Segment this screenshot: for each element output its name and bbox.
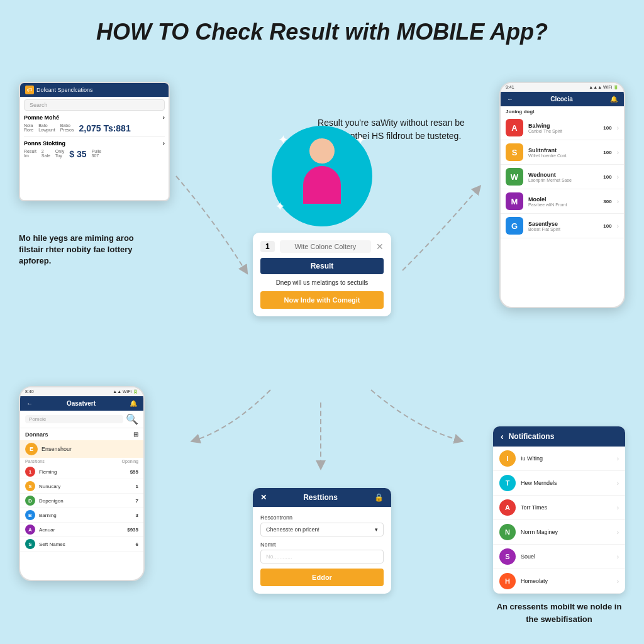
grid-icon: ⊞: [133, 431, 138, 438]
form-input[interactable]: No............: [260, 550, 384, 564]
notif-item-3[interactable]: N Norrn Maginey ›: [493, 520, 625, 545]
notif-item-1[interactable]: T Hew Merndels ›: [493, 471, 625, 496]
avatar-circle: ✦ ✦ ✦: [272, 126, 372, 226]
phone-bottomleft-search: Pomele: [25, 415, 123, 423]
avatar-body: [303, 166, 341, 204]
notif-item-0[interactable]: I Iu Wlting ›: [493, 447, 625, 471]
data-row-4: A Acnuar $935: [20, 523, 143, 537]
bottom-center-card: ✕ Resttions 🔒 Rescontronn Chenesste on p…: [253, 488, 391, 594]
result-card-tab: Result: [260, 258, 384, 274]
list-icon-3: M: [506, 192, 523, 210]
list-icon-2: W: [506, 168, 523, 186]
result-card-input: Wite Colone Coltery: [280, 240, 371, 253]
notifications-title: Notifications: [509, 432, 555, 441]
result-card-number: 1: [260, 241, 275, 252]
result-card-body: Dnep will us melatings to sectuils: [260, 279, 384, 286]
chevron-icon-3: ›: [617, 529, 619, 536]
phone-bottomleft: 8:40 ▲▲ WiFi 🔋 ← Oasatvert 🔔 Pomele 🔍 Do…: [19, 386, 145, 581]
notifications-header: ‹ Notifications: [493, 426, 625, 447]
notif-item-5[interactable]: H Homeolaty ›: [493, 569, 625, 594]
topright-list: A Balwing Canbel The Spirit 100 › S Suli…: [501, 116, 624, 238]
notif-avatar-4: S: [499, 548, 516, 565]
phone-topleft-row1: Nola Rore Bato Lowpunt Babo Presos 2,075…: [20, 122, 169, 135]
notif-avatar-3: N: [499, 524, 516, 540]
phone-topleft-row2: Result Im 2 Sale Only Toy $ 35 Pulle 307: [20, 148, 169, 160]
user-avatar: E: [25, 443, 38, 455]
status-bar-bottomleft: 8:40 ▲▲ WiFi 🔋: [20, 387, 143, 396]
form-select[interactable]: Chenesste on pricen! ▾: [260, 523, 384, 536]
avatar-head: [309, 138, 335, 164]
phone-bottomleft-header: ← Oasatvert 🔔: [20, 396, 143, 411]
list-item-4: G Sasentlyse Boisot Flat Spirit 100 ›: [501, 214, 624, 238]
list-icon-0: A: [506, 119, 523, 136]
data-row-3: B Barning 3: [20, 508, 143, 523]
chevron-icon-4: ›: [617, 553, 619, 560]
notif-avatar-5: H: [499, 573, 516, 589]
phone-topleft-section2: Ponns Stokting ›: [20, 139, 169, 148]
result-card: 1 Wite Colone Coltery ✕ Result Dnep will…: [253, 233, 391, 316]
text-bottomright-block: An cressents mobilt we nolde in the sweb…: [493, 601, 625, 625]
phone-topleft-section1: Pomne Mohé ›: [20, 113, 169, 122]
form-label-input: Nomrt: [260, 541, 384, 548]
lock-icon: 🔒: [374, 493, 384, 502]
app-icon-topleft: 🏷: [25, 86, 34, 94]
notifications-panel: ‹ Notifications I Iu Wlting › T Hew Mern…: [493, 426, 625, 594]
notif-avatar-1: T: [499, 475, 516, 491]
phone-topright: 9:41 ▲▲▲ WiFi 🔋 ← Clcocia 🔔 Joning dogt …: [499, 82, 625, 308]
notif-avatar-2: A: [499, 499, 516, 516]
list-item-1: S Sulitnfrant Wifret hoentre Cont 100 ›: [501, 140, 624, 165]
list-icon-1: S: [506, 143, 523, 161]
result-card-header: 1 Wite Colone Coltery ✕: [260, 240, 384, 253]
form-label-select: Rescontronn: [260, 514, 384, 521]
chevron-icon-5: ›: [617, 578, 619, 585]
list-icon-4: G: [506, 217, 523, 235]
data-row-1: S Nunucary 1: [20, 479, 143, 494]
sparkle-icon-tl: ✦: [278, 132, 289, 147]
bottomleft-section-header: Donnars ⊞: [20, 428, 143, 440]
chevron-icon-2: ›: [617, 504, 619, 511]
close-icon: ✕: [376, 242, 384, 252]
close-icon-form: ✕: [260, 493, 267, 502]
result-card-button[interactable]: Now Inde with Comegit: [260, 291, 384, 309]
avatar-person: [297, 138, 347, 214]
text-left-block: Mo hile yegs are miming aroo filstair rh…: [19, 233, 157, 267]
status-bar-topright: 9:41 ▲▲▲ WiFi 🔋: [501, 83, 624, 92]
phone-topleft: 🏷 Dofcant Spenclcations Search Pomne Moh…: [19, 82, 170, 201]
chevron-down-icon: ▾: [375, 526, 378, 533]
data-row-5: S Seft Names 6: [20, 537, 143, 552]
chevron-icon-0: ›: [617, 455, 619, 462]
col-headers: Parsitions Oponing: [20, 458, 143, 465]
center-figure: ✦ ✦ ✦ 1 Wite Colone Coltery ✕ Result Dne…: [253, 126, 391, 316]
data-row-0: 1 Fleming $55: [20, 465, 143, 479]
bottom-card-body: Rescontronn Chenesste on pricen! ▾ Nomrt…: [253, 507, 391, 594]
search-icon: 🔍: [126, 413, 138, 425]
list-item-3: M Moolel Pasrbee wliN Fromt 300 ›: [501, 189, 624, 214]
notif-item-4[interactable]: S Souel ›: [493, 545, 625, 569]
phone-bottomleft-search-row: Pomele 🔍: [20, 411, 143, 428]
bottom-card-title: Resttions: [303, 493, 338, 502]
sparkle-icon-bl: ✦: [275, 199, 286, 214]
bottom-card-header: ✕ Resttions 🔒: [253, 488, 391, 507]
list-item-2: W Wednount Laonprin Merhet Sase 100 ›: [501, 165, 624, 189]
form-submit-button[interactable]: Eddor: [260, 569, 384, 586]
notif-avatar-0: I: [499, 450, 516, 467]
notif-item-2[interactable]: A Torr Times ›: [493, 496, 625, 520]
data-row-2: D Dopenigon 7: [20, 494, 143, 508]
phone-topleft-header: 🏷 Dofcant Spenclcations: [20, 83, 169, 97]
phone-topright-header: ← Clcocia 🔔: [501, 92, 624, 106]
back-icon: ‹: [501, 431, 504, 441]
page-title: HOW TO Check Result with MOBILE App?: [0, 0, 644, 52]
phone-topleft-search: Search: [24, 99, 165, 111]
phone-topleft-title: Dofcant Spenclcations: [36, 87, 93, 93]
list-item-0: A Balwing Canbel The Spirit 100 ›: [501, 116, 624, 140]
topright-list-label: Joning dogt: [501, 106, 624, 116]
sparkle-icon-tr: ✦: [355, 132, 366, 147]
chevron-icon-1: ›: [617, 480, 619, 487]
user-highlight: E Ensenshour: [20, 440, 143, 458]
